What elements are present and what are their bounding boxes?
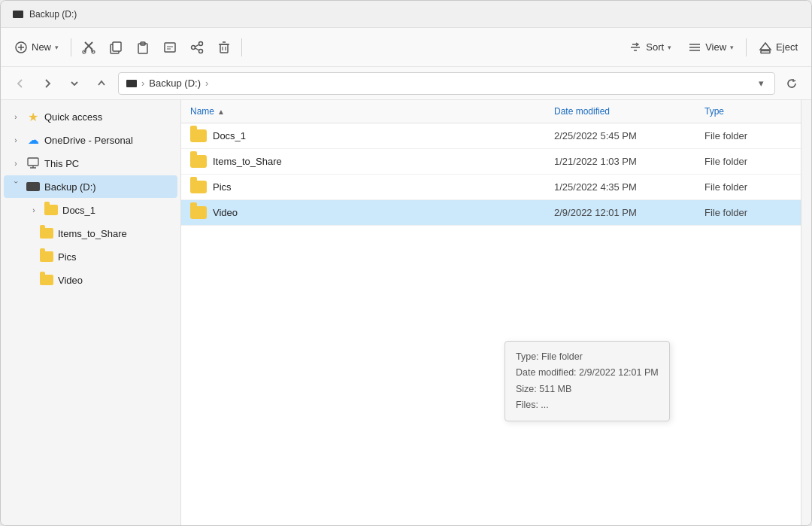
svg-point-18	[199, 49, 203, 53]
table-row[interactable]: Video 2/9/2022 12:01 PM File folder	[181, 200, 801, 226]
sort-icon	[629, 41, 642, 54]
file-label-docs1: Docs_1	[213, 130, 246, 141]
cloud-icon: ☁	[26, 133, 40, 147]
rename-button[interactable]	[157, 34, 183, 61]
chevron-right-icon-4: ›	[28, 206, 40, 214]
column-date-modified[interactable]: Date modified	[545, 100, 695, 123]
sidebar-label-this-pc: This PC	[44, 158, 79, 169]
file-date-pics: 1/25/2022 4:35 PM	[545, 175, 695, 199]
sidebar-item-video[interactable]: Video	[4, 269, 177, 291]
table-row[interactable]: Pics 1/25/2022 4:35 PM File folder	[181, 175, 801, 200]
address-input[interactable]: › Backup (D:) › ▾	[118, 72, 775, 95]
sidebar-label-backup: Backup (D:)	[44, 181, 96, 193]
share-icon	[190, 41, 204, 54]
folder-icon-row-video	[190, 206, 207, 219]
tooltip: Type: File folder Date modified: 2/9/202…	[504, 341, 670, 421]
sidebar-label-onedrive: OneDrive - Personal	[44, 135, 133, 146]
column-name-label: Name	[190, 106, 214, 117]
sidebar-label-quick-access: Quick access	[44, 111, 102, 123]
tooltip-files: Files: ...	[516, 397, 659, 413]
sidebar-label-items-to-share: Items_to_Share	[58, 228, 127, 239]
column-type[interactable]: Type	[695, 100, 801, 123]
delete-icon	[217, 41, 231, 54]
tooltip-date-modified: Date modified: 2/9/2022 12:01 PM	[516, 365, 659, 381]
address-sep-2: ›	[205, 78, 208, 89]
chevron-right-icon-2: ›	[10, 136, 22, 144]
paste-button[interactable]	[130, 34, 156, 61]
table-row[interactable]: Docs_1 2/25/2022 5:45 PM File folder	[181, 123, 801, 149]
view-label: View	[705, 41, 726, 53]
folder-icon-docs1	[44, 203, 58, 217]
folder-icon-row-pics	[190, 181, 207, 193]
sidebar-item-backup-d[interactable]: › Backup (D:)	[4, 175, 177, 198]
svg-rect-33	[761, 50, 770, 53]
chevron-right-icon: ›	[10, 113, 22, 121]
separator-2	[241, 38, 242, 56]
view-icon	[688, 41, 701, 54]
monitor-icon	[26, 157, 40, 170]
sidebar-item-items-to-share[interactable]: Items_to_Share	[4, 222, 177, 245]
svg-rect-13	[165, 43, 175, 52]
copy-button[interactable]	[103, 34, 129, 61]
title-bar: Backup (D:)	[1, 1, 811, 28]
paste-icon	[136, 41, 150, 54]
sidebar-item-this-pc[interactable]: › This PC	[4, 152, 177, 175]
eject-button[interactable]: Eject	[751, 34, 805, 61]
file-name-items-to-share: Items_to_Share	[181, 149, 545, 174]
sort-label: Sort	[646, 41, 664, 53]
eject-icon	[759, 41, 772, 54]
sidebar-item-quick-access[interactable]: › ★ Quick access	[4, 105, 177, 128]
rename-icon	[163, 41, 177, 54]
sidebar-label-pics: Pics	[58, 251, 77, 263]
drive-icon-sidebar	[26, 180, 40, 193]
sort-asc-icon: ▲	[217, 108, 225, 116]
up-button[interactable]	[91, 73, 112, 94]
table-row[interactable]: Items_to_Share 1/21/2022 1:03 PM File fo…	[181, 149, 801, 175]
recent-locations-button[interactable]	[64, 73, 85, 94]
back-button[interactable]	[10, 73, 31, 94]
main-content: › ★ Quick access › ☁ OneDrive - Personal…	[1, 100, 811, 525]
file-type-docs1: File folder	[695, 124, 801, 147]
svg-marker-32	[760, 43, 771, 50]
column-name[interactable]: Name ▲	[181, 100, 545, 123]
svg-rect-10	[113, 42, 121, 51]
plus-icon	[14, 41, 28, 54]
sidebar-item-pics[interactable]: Pics	[4, 245, 177, 268]
sidebar-item-docs1[interactable]: › Docs_1	[4, 199, 177, 221]
view-button[interactable]: View ▾	[680, 34, 741, 61]
folder-icon-row-items-to-share	[190, 155, 207, 168]
folder-icon-pics	[40, 250, 53, 263]
svg-rect-21	[220, 44, 228, 53]
column-type-label: Type	[704, 106, 724, 117]
view-caret: ▾	[730, 44, 734, 51]
new-label: New	[32, 41, 51, 53]
address-dropdown[interactable]: ▾	[756, 78, 767, 89]
sort-caret: ▾	[668, 44, 671, 51]
folder-icon-row-docs1	[190, 129, 207, 142]
sidebar-label-docs1: Docs_1	[62, 205, 95, 216]
cut-icon	[82, 41, 95, 54]
file-list: Name ▲ Date modified Type Docs_1	[181, 100, 801, 525]
refresh-button[interactable]	[781, 73, 802, 94]
folder-icon-video	[40, 273, 53, 287]
file-name-pics: Pics	[181, 175, 545, 199]
scroll-track	[801, 100, 811, 525]
file-type-items-to-share: File folder	[695, 150, 801, 173]
svg-point-17	[192, 45, 195, 49]
address-sep-1: ›	[141, 78, 144, 89]
folder-icon-items-to-share	[40, 227, 53, 240]
sidebar-item-onedrive[interactable]: › ☁ OneDrive - Personal	[4, 129, 177, 151]
file-type-pics: File folder	[695, 175, 801, 199]
share-button[interactable]	[184, 34, 210, 61]
forward-button[interactable]	[37, 73, 58, 94]
file-label-items-to-share: Items_to_Share	[213, 156, 282, 167]
delete-button[interactable]	[211, 34, 237, 61]
address-path: Backup (D:)	[149, 78, 201, 89]
cut-button[interactable]	[76, 34, 102, 61]
window-title: Backup (D:)	[29, 9, 77, 20]
svg-point-16	[199, 41, 203, 45]
new-button[interactable]: New ▾	[7, 34, 66, 61]
svg-line-19	[195, 44, 198, 47]
svg-line-20	[195, 47, 198, 50]
sort-button[interactable]: Sort ▾	[621, 34, 679, 61]
